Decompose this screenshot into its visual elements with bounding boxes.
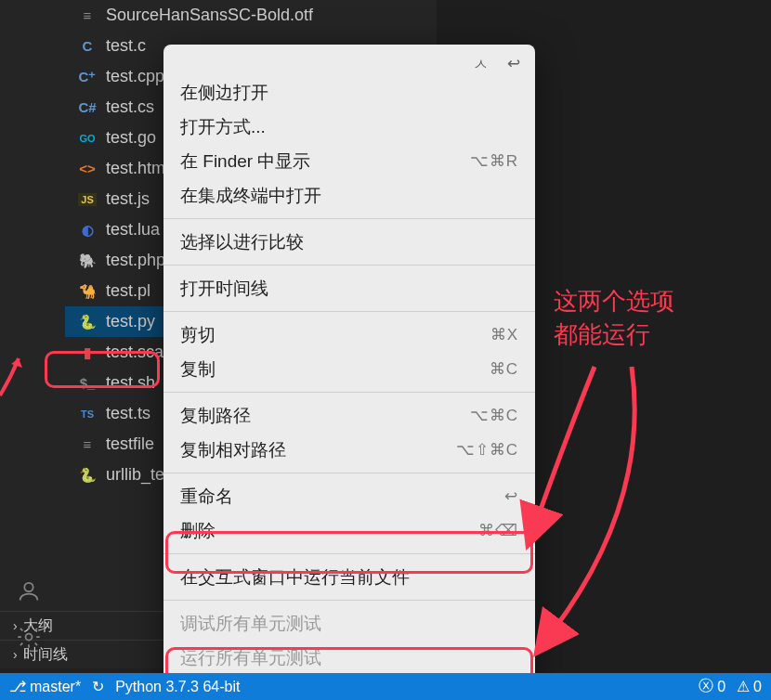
- file-type-icon: C⁺: [78, 69, 97, 85]
- context-menu-item-label: 调试所有单元测试: [180, 610, 321, 637]
- sync-icon: ↻: [92, 678, 104, 695]
- file-name: test.lua: [106, 220, 160, 240]
- warning-icon: ⚠: [737, 678, 750, 695]
- file-type-icon: 🐍: [78, 467, 97, 484]
- context-menu-item[interactable]: 打开方式...: [163, 110, 535, 144]
- svg-point-0: [24, 583, 33, 591]
- file-name: test.sh: [106, 373, 155, 393]
- branch-icon: ⎇: [9, 678, 26, 695]
- status-bar: ⎇ master* ↻ Python 3.7.3 64-bit ⓧ 0 ⚠ 0: [0, 673, 771, 700]
- python-version: Python 3.7.3 64-bit: [115, 679, 240, 695]
- file-type-icon: TS: [78, 408, 97, 420]
- context-menu-shortcut: ⌘⌫: [478, 517, 518, 544]
- context-menu-item: 运行所有单元测试: [163, 641, 535, 675]
- context-menu-item-label: 在侧边打开: [180, 79, 268, 106]
- annotation-text: 这两个选项 都能运行: [554, 284, 674, 351]
- file-name: test.php: [106, 251, 165, 270]
- file-type-icon: GO: [78, 133, 97, 144]
- file-name: test.cs: [106, 97, 154, 117]
- context-menu-shortcut: ⌥⌘R: [470, 148, 518, 175]
- file-type-icon: JS: [78, 193, 97, 206]
- file-name: test.c: [106, 36, 146, 56]
- menu-caret-icon: ㅅ: [473, 54, 489, 75]
- context-menu-separator: [163, 473, 535, 473]
- context-menu-item-label: 复制相对路径: [180, 436, 286, 463]
- context-menu-item[interactable]: 在 Finder 中显示⌥⌘R: [163, 144, 535, 178]
- context-menu-shortcut: ⌘C: [490, 356, 518, 382]
- menu-return-icon: ↩: [507, 54, 520, 75]
- file-name: test.pl: [106, 281, 150, 301]
- annotation-line1: 这两个选项: [554, 284, 674, 318]
- file-item[interactable]: ≡SourceHanSansSC-Bold.otf: [65, 0, 437, 31]
- file-name: test.cpp: [106, 67, 164, 86]
- context-menu-separator: [163, 553, 535, 554]
- file-type-icon: C#: [78, 99, 97, 115]
- svg-point-1: [26, 634, 33, 641]
- arrow-annotation-icon: [0, 331, 28, 405]
- accounts-icon[interactable]: [16, 577, 42, 603]
- context-menu-item[interactable]: 删除⌘⌫: [163, 513, 535, 548]
- context-menu-shortcut: ⌥⌘C: [470, 402, 518, 429]
- status-branch[interactable]: ⎇ master*: [9, 678, 81, 695]
- context-menu-item-label: 运行所有单元测试: [180, 644, 321, 671]
- context-menu-item-label: 删除: [180, 517, 216, 544]
- status-python[interactable]: Python 3.7.3 64-bit: [115, 679, 240, 695]
- settings-gear-icon[interactable]: [16, 624, 42, 650]
- context-menu-separator: [163, 600, 535, 601]
- file-name: test.go: [106, 128, 156, 148]
- context-menu-item[interactable]: 剪切⌘X: [163, 318, 535, 352]
- context-menu-item[interactable]: 复制相对路径⌥⇧⌘C: [163, 433, 535, 467]
- context-menu-item-label: 复制: [180, 356, 216, 382]
- context-menu-item[interactable]: 重命名↩: [163, 479, 535, 513]
- context-menu-item[interactable]: 选择以进行比较: [163, 225, 535, 259]
- status-errors[interactable]: ⓧ 0: [699, 677, 725, 696]
- file-name: test.py: [106, 312, 155, 331]
- file-type-icon: ▮: [78, 344, 97, 361]
- context-menu-item-label: 重命名: [180, 483, 233, 510]
- context-menu-header: ㅅ ↩: [163, 50, 535, 75]
- error-icon: ⓧ: [699, 677, 713, 696]
- status-warnings[interactable]: ⚠ 0: [737, 678, 762, 695]
- warning-count: 0: [753, 679, 762, 695]
- context-menu-item[interactable]: 打开时间线: [163, 271, 535, 305]
- context-menu-shortcut: ↩: [504, 483, 518, 510]
- context-menu-item-label: 打开时间线: [180, 275, 268, 302]
- branch-name: master*: [30, 679, 81, 695]
- file-name: SourceHanSansSC-Bold.otf: [106, 6, 313, 25]
- error-count: 0: [717, 679, 725, 695]
- file-type-icon: <>: [78, 161, 97, 176]
- context-menu-item[interactable]: 在侧边打开: [163, 75, 535, 110]
- file-type-icon: 🐍: [78, 314, 97, 331]
- context-menu-shortcut: ⌥⇧⌘C: [456, 436, 518, 463]
- context-menu-separator: [163, 392, 535, 393]
- context-menu-separator: [163, 311, 535, 312]
- context-menu-item-label: 剪切: [180, 321, 216, 348]
- context-menu-item[interactable]: 在集成终端中打开: [163, 178, 535, 213]
- context-menu-shortcut: ⌘X: [490, 321, 518, 348]
- context-menu-item[interactable]: 在交互式窗口中运行当前文件: [163, 560, 535, 594]
- file-type-icon: ≡: [78, 7, 97, 23]
- context-menu-item-label: 在集成终端中打开: [180, 182, 321, 209]
- context-menu-item-label: 在交互式窗口中运行当前文件: [180, 564, 410, 590]
- context-menu-item[interactable]: 复制路径⌥⌘C: [163, 398, 535, 433]
- context-menu-separator: [163, 265, 535, 266]
- context-menu-item-label: 在 Finder 中显示: [180, 148, 310, 175]
- file-type-icon: ◐: [78, 222, 97, 239]
- context-menu-item-label: 选择以进行比较: [180, 228, 304, 255]
- file-type-icon: 🐘: [78, 253, 97, 269]
- file-name: testfile: [106, 434, 154, 454]
- context-menu-item[interactable]: 复制⌘C: [163, 352, 535, 386]
- file-type-icon: 🐪: [78, 283, 97, 300]
- context-menu: ㅅ ↩ 在侧边打开打开方式...在 Finder 中显示⌥⌘R在集成终端中打开选…: [163, 45, 535, 700]
- context-menu-item: 调试所有单元测试: [163, 606, 535, 641]
- file-type-icon: C: [78, 38, 97, 54]
- file-name: test.js: [106, 189, 150, 209]
- context-menu-item-label: 打开方式...: [180, 113, 266, 140]
- annotation-line2: 都能运行: [554, 318, 674, 351]
- file-name: test.html: [106, 159, 169, 178]
- file-type-icon: $_: [78, 375, 97, 391]
- file-name: test.ts: [106, 404, 150, 423]
- file-type-icon: ≡: [78, 436, 97, 452]
- status-sync[interactable]: ↻: [92, 678, 104, 695]
- context-menu-separator: [163, 218, 535, 219]
